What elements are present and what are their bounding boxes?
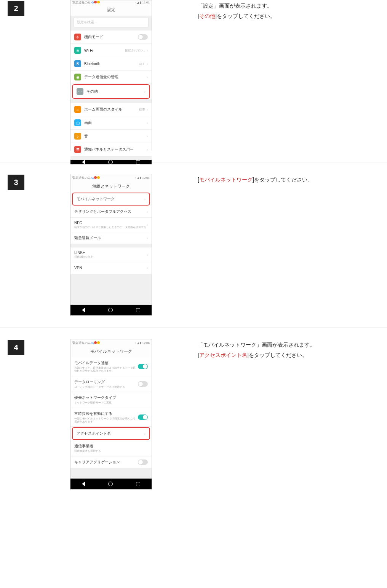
- row-label: テザリングとポータブルアクセス: [74, 209, 147, 214]
- row-label: 通信事業者: [74, 443, 148, 449]
- status-google-icons: G: [91, 1, 100, 4]
- settings-row[interactable]: モバイルデータ通信有効にすると、通信事業者により該当するデータ通信料が発生する場…: [70, 357, 152, 376]
- toggle-switch[interactable]: [138, 34, 148, 40]
- row-subtitle: 端末が他のデバイスと接触したときのデータ交換を許可する: [74, 226, 147, 229]
- row-label: その他: [86, 89, 144, 94]
- screen-icon: ▢: [74, 119, 81, 126]
- search-input[interactable]: 設定を検索...: [74, 17, 149, 27]
- settings-row[interactable]: VPN›: [70, 262, 152, 274]
- settings-row[interactable]: 常時接続を有効にする一部のモバイルネットワークで消費電力が高くなる場合があります: [70, 408, 152, 427]
- settings-row[interactable]: BBluetoothOFF›: [70, 57, 152, 71]
- nav-home-icon[interactable]: [108, 482, 113, 486]
- row-label: データローミング: [74, 379, 138, 385]
- chevron-right-icon: ›: [147, 266, 148, 270]
- battery-icon: ▮: [140, 341, 141, 345]
- row-subtitle: 有効にすると、通信事業者により該当するデータ通信料が発生する場合があります。: [74, 366, 138, 373]
- chevron-right-icon: ›: [147, 75, 148, 79]
- bt-icon: B: [74, 60, 81, 67]
- settings-row[interactable]: 通信事業者通信事業者を選択する: [70, 440, 152, 456]
- status-google-icons: G: [91, 341, 100, 345]
- status-right: ▫ ◢▮12:06: [135, 341, 150, 345]
- row-subtitle: 一部のモバイルネットワークで消費電力が高くなる場合があります: [74, 417, 138, 424]
- toggle-switch[interactable]: [138, 459, 148, 465]
- nav-recent-icon[interactable]: [136, 160, 140, 164]
- row-label: ホーム画面のスタイル: [84, 107, 139, 112]
- nav-home-icon[interactable]: [108, 308, 113, 312]
- nav-back-icon[interactable]: [82, 160, 85, 164]
- toggle-switch[interactable]: [138, 381, 148, 387]
- row-value: OFF: [139, 62, 145, 66]
- nav-recent-icon[interactable]: [136, 482, 140, 486]
- settings-row[interactable]: アクセスポイント名›: [72, 427, 150, 440]
- nav-bar: [70, 160, 152, 164]
- nav-bar: [70, 305, 152, 315]
- row-label: キャリアアグリゲーション: [74, 459, 138, 465]
- step-description: [モバイルネットワーク]をタップしてください。: [198, 174, 379, 185]
- chevron-right-icon: ›: [147, 121, 148, 125]
- row-label: 画面: [84, 120, 147, 125]
- status-google-icons: G: [91, 176, 100, 180]
- row-label: VPN: [74, 266, 147, 270]
- row-label: 音: [84, 133, 147, 139]
- phone-mockup: 緊急通報のみG▫ ◢▮12:06モバイルネットワークモバイルデータ通信有効にする…: [70, 339, 152, 490]
- highlighted-term: モバイルネットワーク: [199, 177, 253, 183]
- signal-icon: ▫ ◢: [135, 176, 139, 180]
- chevron-right-icon: ›: [147, 148, 148, 152]
- step-number-badge: 2: [8, 1, 24, 16]
- settings-row[interactable]: モバイルネットワーク›: [72, 193, 150, 206]
- settings-group: モバイルデータ通信有効にすると、通信事業者により該当するデータ通信料が発生する場…: [70, 357, 152, 468]
- step: 2緊急通報のみG▫ ◢▮12:01設定設定を検索...✈機内モード≋Wi-Fi接…: [0, 0, 387, 151]
- step-number-badge: 4: [8, 340, 24, 355]
- settings-row[interactable]: キャリアアグリゲーション: [70, 456, 152, 468]
- settings-row[interactable]: 緊急速報メール›: [70, 232, 152, 244]
- battery-icon: ▮: [140, 176, 141, 180]
- settings-row[interactable]: ♪音›: [70, 130, 152, 143]
- status-bar: 緊急通報のみG▫ ◢▮12:01: [70, 0, 152, 5]
- settings-row[interactable]: ✈機内モード: [70, 31, 152, 44]
- screen-title: 無線とネットワーク: [70, 181, 152, 192]
- row-value: 標準: [139, 108, 145, 112]
- signal-icon: ▫ ◢: [135, 341, 139, 345]
- settings-group: ⌂ホーム画面のスタイル標準›▢画面›♪音›☰通知パネルとステータスバー›: [70, 103, 152, 156]
- settings-row[interactable]: ⋯その他›: [72, 84, 150, 99]
- status-right: ▫ ◢▮12:01: [135, 1, 150, 4]
- row-label: アクセスポイント名: [77, 431, 144, 436]
- row-label: 緊急速報メール: [74, 235, 147, 241]
- settings-row[interactable]: ≋Wi-Fi接続されてい..›: [70, 44, 152, 57]
- highlighted-term: アクセスポイント名: [199, 352, 247, 358]
- data-icon: ◉: [74, 74, 81, 80]
- status-carrier: 緊急通報のみ: [72, 341, 91, 345]
- nav-back-icon[interactable]: [82, 482, 85, 486]
- toggle-switch[interactable]: [138, 364, 148, 369]
- row-label: モバイルデータ通信: [74, 360, 138, 366]
- home-icon: ⌂: [74, 106, 81, 113]
- nav-back-icon[interactable]: [82, 308, 85, 312]
- row-label: Wi-Fi: [84, 48, 125, 53]
- settings-row[interactable]: データローミングローミング時にデータサービスに接続する: [70, 376, 152, 392]
- chevron-right-icon: ›: [147, 108, 148, 112]
- phone-mockup: 緊急通報のみG▫ ◢▮12:01設定設定を検索...✈機内モード≋Wi-Fi接続…: [70, 0, 152, 151]
- notif-icon: ☰: [74, 146, 81, 153]
- chevron-right-icon: ›: [144, 90, 146, 94]
- row-label: LINK+: [74, 251, 147, 255]
- chevron-right-icon: ›: [147, 62, 148, 66]
- wifi-icon: ≋: [74, 47, 81, 54]
- chevron-right-icon: ›: [147, 134, 148, 138]
- settings-row[interactable]: NFC端末が他のデバイスと接触したときのデータ交換を許可する›: [70, 218, 152, 232]
- settings-row[interactable]: 優先ネットワークタイプネットワーク動作モードの変更: [70, 392, 152, 408]
- step-description: 「モバイルネットワーク」画面が表示されます。[アクセスポイント名]をタップしてく…: [198, 339, 379, 360]
- settings-row[interactable]: ⌂ホーム画面のスタイル標準›: [70, 103, 152, 116]
- nav-recent-icon[interactable]: [136, 308, 140, 312]
- settings-row[interactable]: LINK+通信体験を向上›: [70, 247, 152, 262]
- settings-row[interactable]: ☰通知パネルとステータスバー›: [70, 143, 152, 156]
- settings-row[interactable]: テザリングとポータブルアクセス›: [70, 206, 152, 218]
- step-description: 「設定」画面が表示されます。[その他]をタップしてください。: [198, 0, 379, 21]
- settings-row[interactable]: ▢画面›: [70, 116, 152, 130]
- settings-group: モバイルネットワーク›テザリングとポータブルアクセス›NFC端末が他のデバイスと…: [70, 192, 152, 244]
- row-subtitle: 通信体験を向上: [74, 255, 147, 259]
- settings-row[interactable]: ◉データ通信量の管理›: [70, 71, 152, 84]
- toggle-switch[interactable]: [138, 414, 148, 420]
- step: 4緊急通報のみG▫ ◢▮12:06モバイルネットワークモバイルデータ通信有効にす…: [0, 339, 387, 490]
- nav-home-icon[interactable]: [108, 160, 113, 164]
- chevron-right-icon: ›: [144, 432, 146, 436]
